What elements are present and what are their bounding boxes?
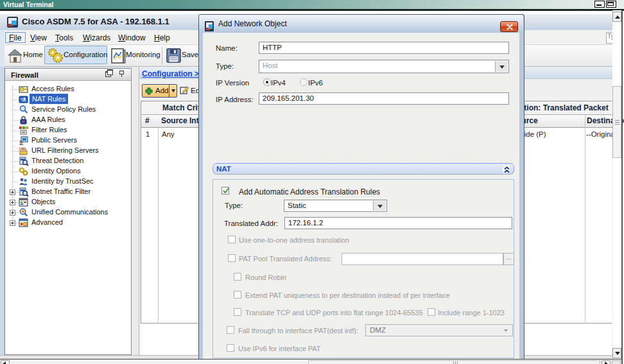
svg-text:URL: URL [19, 147, 28, 151]
